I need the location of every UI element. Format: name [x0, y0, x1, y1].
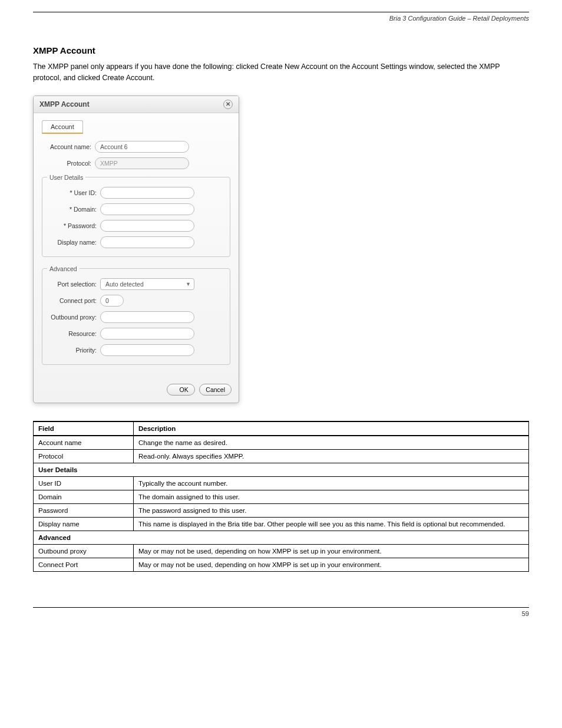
- advanced-legend: Advanced: [47, 265, 80, 272]
- table-row: Outbound proxy May or may not be used, d…: [34, 544, 529, 558]
- section-heading: XMPP Account: [33, 45, 529, 55]
- user-details-group: User Details * User ID: * Domain: * Pass…: [42, 174, 230, 257]
- protocol-input: [95, 157, 189, 169]
- display-name-input[interactable]: [100, 236, 194, 248]
- table-row: User ID Typically the account number.: [34, 476, 529, 490]
- label-user-id: * User ID:: [47, 189, 100, 196]
- label-port-selection: Port selection:: [47, 281, 100, 288]
- account-name-input[interactable]: [95, 141, 189, 153]
- xmpp-account-dialog: XMPP Account ✕ Account Account name: Pro…: [33, 95, 239, 403]
- running-header: Bria 3 Configuration Guide – Retail Depl…: [33, 15, 529, 22]
- ok-button[interactable]: OK: [167, 384, 195, 396]
- advanced-group: Advanced Port selection: ▼ Connect port:…: [42, 265, 230, 365]
- label-domain: * Domain:: [47, 206, 100, 213]
- user-id-input[interactable]: [100, 187, 194, 199]
- table-row: Display name This name is displayed in t…: [34, 517, 529, 531]
- table-row: Connect Port May or may not be used, dep…: [34, 558, 529, 571]
- table-row: Account name Change the name as desired.: [34, 436, 529, 450]
- tab-account[interactable]: Account: [42, 120, 83, 134]
- label-account-name: Account name:: [42, 143, 95, 150]
- section-paragraph: The XMPP panel only appears if you have …: [33, 61, 529, 84]
- port-selection-value[interactable]: [100, 278, 194, 290]
- resource-input[interactable]: [100, 328, 194, 340]
- label-outbound-proxy: Outbound proxy:: [47, 314, 100, 321]
- label-priority: Priority:: [47, 347, 100, 354]
- outbound-proxy-input[interactable]: [100, 311, 194, 323]
- fields-table: Field Description Account name Change th…: [33, 421, 529, 572]
- table-section-row: Advanced: [34, 531, 529, 544]
- th-description: Description: [134, 421, 529, 436]
- label-display-name: Display name:: [47, 239, 100, 246]
- table-section-row: User Details: [34, 463, 529, 476]
- domain-input[interactable]: [100, 203, 194, 215]
- label-password: * Password:: [47, 222, 100, 229]
- table-row: Password The password assigned to this u…: [34, 503, 529, 517]
- connect-port-input[interactable]: [100, 295, 124, 307]
- page-number: 59: [522, 610, 529, 617]
- cancel-button[interactable]: Cancel: [199, 384, 232, 396]
- user-details-legend: User Details: [47, 174, 85, 181]
- table-row: Domain The domain assigned to this user.: [34, 490, 529, 503]
- dialog-title: XMPP Account: [39, 100, 90, 108]
- label-protocol: Protocol:: [42, 160, 95, 167]
- label-resource: Resource:: [47, 330, 100, 337]
- label-connect-port: Connect port:: [47, 297, 100, 304]
- password-input[interactable]: [100, 220, 194, 232]
- port-selection-select[interactable]: ▼: [100, 278, 194, 290]
- close-icon[interactable]: ✕: [223, 100, 233, 109]
- table-row: Protocol Read-only. Always specifies XMP…: [34, 449, 529, 463]
- th-field: Field: [34, 421, 134, 436]
- priority-input[interactable]: [100, 344, 194, 356]
